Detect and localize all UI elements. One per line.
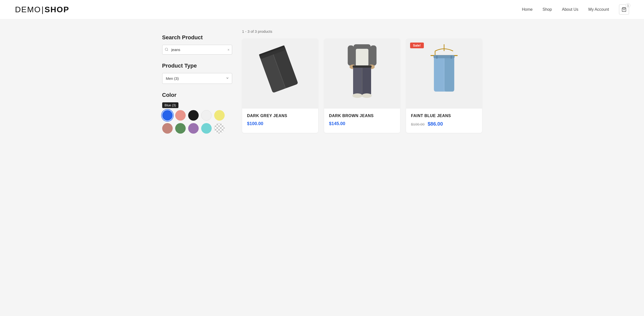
product-type-title: Product Type: [162, 63, 232, 69]
product-sale-price-faint-blue-jeans: $86.00: [428, 121, 443, 127]
products-grid: DARK GREY JEANS $100.00: [242, 39, 482, 133]
svg-point-1: [165, 48, 168, 50]
color-swatch-teal[interactable]: [201, 123, 212, 134]
svg-rect-19: [352, 66, 372, 68]
svg-rect-12: [348, 46, 354, 66]
svg-point-20: [352, 93, 362, 98]
color-swatch-black[interactable]: [188, 110, 199, 121]
logo-shop: SHOP: [44, 5, 69, 14]
dark-grey-jeans-image: [258, 44, 303, 104]
svg-rect-17: [353, 66, 362, 95]
product-original-price-faint-blue-jeans: $100.00: [411, 122, 424, 126]
logo[interactable]: DEMO|SHOP: [15, 5, 69, 14]
nav-account[interactable]: My Account: [588, 7, 609, 12]
svg-line-2: [167, 50, 168, 51]
color-swatch-purple[interactable]: [188, 123, 199, 134]
color-swatch-green[interactable]: [175, 123, 186, 134]
product-name-dark-grey-jeans: DARK GREY JEANS: [247, 114, 313, 118]
color-swatch-pink[interactable]: [175, 110, 186, 121]
svg-rect-27: [434, 56, 444, 92]
product-card-dark-grey-jeans[interactable]: DARK GREY JEANS $100.00: [242, 39, 318, 133]
product-price-dark-brown-jeans: $145.00: [329, 121, 395, 126]
main-nav: Home Shop About Us My Account 1: [522, 5, 629, 15]
svg-rect-18: [362, 66, 371, 95]
svg-rect-28: [444, 56, 454, 92]
svg-point-21: [362, 93, 372, 98]
color-swatch-pattern[interactable]: [214, 123, 225, 134]
product-image-dark-brown-jeans: [324, 39, 400, 109]
color-swatch-mauve[interactable]: [162, 123, 173, 134]
product-price-dark-grey-jeans: $100.00: [247, 121, 313, 126]
product-image-faint-blue-jeans: Sale!: [406, 39, 482, 109]
nav-about[interactable]: About Us: [562, 7, 578, 12]
color-swatch-blue[interactable]: [162, 110, 173, 121]
svg-rect-31: [436, 56, 437, 59]
sale-badge: Sale!: [410, 43, 424, 48]
svg-rect-13: [370, 46, 376, 66]
product-image-dark-grey-jeans: [242, 39, 318, 109]
search-section-title: Search Product: [162, 34, 232, 41]
color-swatch-white[interactable]: [201, 110, 212, 121]
svg-rect-32: [450, 56, 452, 59]
color-tooltip: Blue (3): [162, 102, 179, 108]
header: DEMO|SHOP Home Shop About Us My Account …: [0, 0, 644, 19]
color-grid: [162, 110, 232, 134]
logo-pipe: |: [42, 5, 44, 14]
product-info-faint-blue-jeans: FAINT BLUE JEANS $100.00 $86.00: [406, 109, 482, 133]
dark-brown-jeans-image: [340, 41, 384, 106]
product-type-select[interactable]: Men (3) Women Kids: [162, 73, 232, 84]
nav-shop[interactable]: Shop: [542, 7, 552, 12]
logo-demo: DEMO: [15, 5, 41, 14]
search-input[interactable]: [162, 45, 232, 55]
product-name-dark-brown-jeans: DARK BROWN JEANS: [329, 114, 395, 118]
faint-blue-jeans-image: [422, 44, 466, 104]
svg-rect-11: [356, 49, 368, 67]
main-content: Search Product × Product Type Men (3) Wo…: [147, 19, 497, 144]
search-icon: [165, 48, 168, 52]
cart-count: 1: [626, 3, 630, 8]
product-name-faint-blue-jeans: FAINT BLUE JEANS: [411, 114, 477, 118]
product-price-faint-blue-jeans: $100.00 $86.00: [411, 121, 477, 127]
product-card-dark-brown-jeans[interactable]: DARK BROWN JEANS $145.00: [324, 39, 400, 133]
product-card-faint-blue-jeans[interactable]: Sale!: [406, 39, 482, 133]
product-info-dark-brown-jeans: DARK BROWN JEANS $145.00: [324, 109, 400, 132]
product-type-select-wrap: Men (3) Women Kids: [162, 73, 232, 84]
color-section-title: Color: [162, 92, 232, 98]
nav-home[interactable]: Home: [522, 7, 532, 12]
sidebar: Search Product × Product Type Men (3) Wo…: [162, 29, 232, 134]
search-clear-button[interactable]: ×: [228, 48, 230, 52]
products-count: 1 - 3 of 3 products: [242, 29, 482, 34]
cart-icon: [622, 7, 626, 12]
products-area: 1 - 3 of 3 products: [242, 29, 482, 134]
color-swatch-yellow[interactable]: [214, 110, 225, 121]
search-wrapper: ×: [162, 45, 232, 55]
cart-button[interactable]: 1: [619, 5, 629, 15]
product-info-dark-grey-jeans: DARK GREY JEANS $100.00: [242, 109, 318, 132]
